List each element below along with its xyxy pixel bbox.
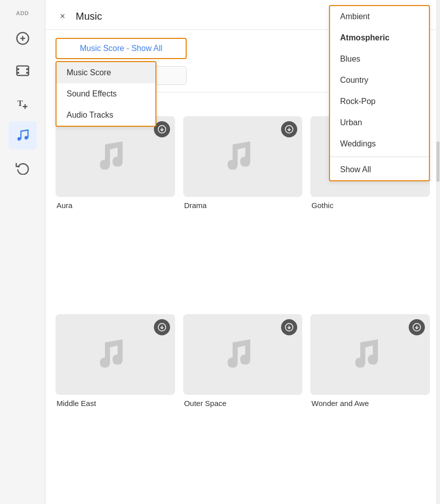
music-label-drama: Drama	[183, 201, 303, 210]
download-icon-middle-east	[157, 323, 167, 332]
music-card-middle-east[interactable]: Middle East	[56, 314, 175, 504]
download-button-wonder-and-awe[interactable]	[409, 319, 425, 335]
download-button-drama[interactable]	[281, 121, 297, 137]
music-thumb-icon-middle-east	[95, 334, 135, 375]
music-card-aura[interactable]: Aura	[56, 116, 175, 306]
sidebar: ADD T	[0, 0, 45, 504]
svg-rect-3	[17, 66, 28, 76]
genre-option-show-all[interactable]: Show All	[330, 159, 429, 180]
music-thumb-aura	[56, 116, 175, 197]
download-icon-outer-space	[285, 323, 294, 332]
category-selector-button[interactable]: Music Score - Show All	[56, 38, 187, 59]
genre-option-country[interactable]: Country	[330, 70, 429, 91]
scrollbar-track[interactable]	[436, 0, 440, 504]
genre-option-urban[interactable]: Urban	[330, 112, 429, 133]
music-label-middle-east: Middle East	[56, 399, 175, 408]
sidebar-item-media[interactable]	[9, 57, 37, 85]
sidebar-item-music[interactable]	[9, 121, 37, 149]
scrollbar-thumb[interactable]	[436, 141, 439, 182]
sidebar-item-add[interactable]	[9, 24, 37, 53]
genre-option-blues[interactable]: Blues	[330, 48, 429, 70]
sidebar-item-undo[interactable]	[9, 154, 37, 182]
genre-option-atmospheric[interactable]: Atmospheric	[330, 27, 429, 48]
genre-option-weddings[interactable]: Weddings	[330, 133, 429, 155]
music-card-drama[interactable]: Drama	[183, 116, 303, 306]
download-icon-drama	[285, 125, 294, 134]
type-option-audio-tracks[interactable]: Audio Tracks	[57, 105, 155, 126]
download-icon-wonder-and-awe	[412, 323, 421, 332]
music-thumb-drama	[183, 116, 303, 197]
svg-point-11	[17, 137, 21, 141]
music-note-icon	[16, 128, 30, 142]
text-add-icon: T	[16, 96, 30, 110]
music-thumb-icon	[95, 136, 135, 177]
svg-rect-6	[17, 72, 19, 74]
sidebar-add-label: ADD	[16, 10, 29, 16]
svg-rect-7	[26, 72, 29, 74]
music-thumb-icon-drama	[223, 136, 263, 177]
music-thumb-wonder-and-awe	[310, 314, 430, 395]
genre-option-rock-pop[interactable]: Rock-Pop	[330, 91, 429, 112]
svg-rect-5	[26, 68, 29, 70]
genre-dropdown: Ambient Atmospheric Blues Country Rock-P…	[329, 5, 430, 181]
svg-rect-4	[17, 68, 19, 70]
genre-option-ambient[interactable]: Ambient	[330, 6, 429, 27]
music-thumb-middle-east	[56, 314, 175, 395]
genre-dropdown-separator	[330, 157, 429, 157]
main-panel: × Music Music Score - Show All Music Sco…	[45, 0, 440, 504]
close-button[interactable]: ×	[56, 9, 70, 23]
svg-text:T: T	[17, 98, 23, 108]
svg-point-12	[24, 136, 28, 139]
type-option-sound-effects[interactable]: Sound Effects	[57, 83, 155, 105]
panel-title: Music	[76, 11, 102, 22]
plus-icon	[16, 31, 30, 45]
music-card-outer-space[interactable]: Outer Space	[183, 314, 303, 504]
music-card-wonder-and-awe[interactable]: Wonder and Awe	[310, 314, 430, 504]
music-label-wonder-and-awe: Wonder and Awe	[310, 399, 430, 408]
undo-icon	[16, 161, 30, 175]
download-button-outer-space[interactable]	[281, 319, 297, 335]
music-thumb-icon-outer-space	[223, 334, 263, 375]
music-label-outer-space: Outer Space	[183, 399, 303, 408]
type-option-music-score[interactable]: Music Score	[57, 62, 155, 83]
music-label-gothic: Gothic	[310, 201, 430, 210]
download-button-middle-east[interactable]	[154, 319, 170, 335]
music-thumb-icon-wonder-and-awe	[350, 334, 391, 375]
film-icon	[16, 64, 30, 78]
sidebar-item-text[interactable]: T	[9, 89, 37, 117]
type-dropdown: Music Score Sound Effects Audio Tracks	[56, 61, 156, 127]
music-label-aura: Aura	[56, 201, 175, 210]
download-icon	[157, 125, 167, 134]
music-thumb-outer-space	[183, 314, 303, 395]
